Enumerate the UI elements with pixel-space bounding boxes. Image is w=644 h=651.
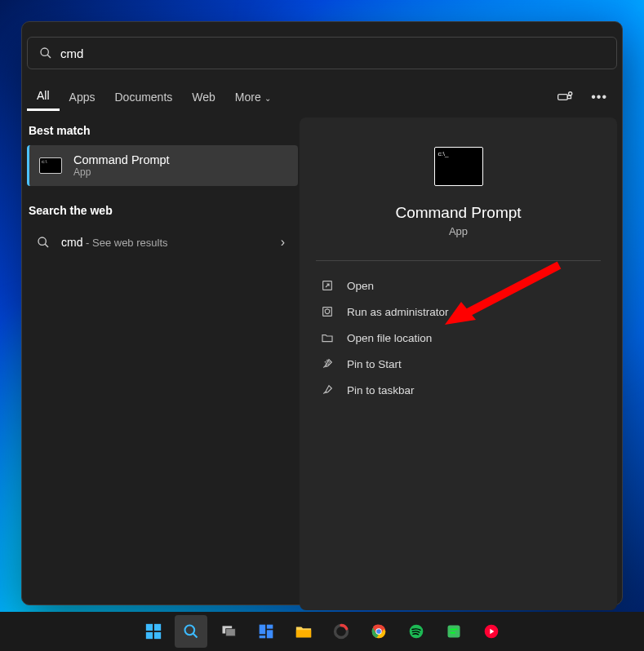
app-icon-3[interactable] (475, 615, 508, 648)
svg-rect-22 (259, 625, 265, 635)
folder-icon (321, 331, 334, 344)
start-search-panel: All Apps Documents Web More ⌄ ••• Best m… (21, 21, 623, 605)
action-location-label: Open file location (347, 332, 432, 344)
svg-rect-17 (153, 632, 160, 639)
hero-title: Command Prompt (395, 204, 521, 222)
svg-line-1 (47, 55, 51, 58)
command-prompt-hero-icon (434, 147, 483, 186)
search-tabs: All Apps Documents Web More ⌄ ••• (22, 82, 622, 111)
usb-icon[interactable] (557, 91, 573, 104)
search-input[interactable] (60, 46, 605, 60)
search-box[interactable] (27, 37, 617, 69)
svg-point-18 (184, 626, 194, 636)
chevron-down-icon: ⌄ (264, 94, 271, 103)
spotify-button[interactable] (400, 615, 433, 648)
start-button[interactable] (137, 615, 170, 648)
action-pin-to-taskbar[interactable]: Pin to taskbar (314, 377, 602, 403)
result-command-prompt[interactable]: Command Prompt App (27, 145, 298, 186)
action-pin-start-label: Pin to Start (347, 358, 402, 370)
pin-icon (321, 383, 334, 396)
task-view-button[interactable] (212, 615, 245, 648)
svg-rect-33 (450, 629, 456, 631)
more-options-icon[interactable]: ••• (591, 90, 607, 104)
svg-rect-21 (225, 629, 235, 636)
search-web-header: Search the web (27, 197, 298, 225)
svg-point-4 (569, 91, 572, 95)
result-title: Command Prompt (73, 153, 170, 166)
app-icon-1[interactable] (325, 615, 358, 648)
results-column: Best match Command Prompt App Search the… (22, 117, 298, 610)
open-icon (321, 279, 334, 292)
svg-point-30 (376, 629, 381, 634)
action-open-file-location[interactable]: Open file location (314, 325, 602, 351)
svg-rect-23 (266, 625, 273, 629)
shield-icon (321, 305, 334, 318)
command-prompt-icon (39, 157, 62, 174)
svg-rect-14 (145, 624, 152, 631)
action-open[interactable]: Open (314, 272, 602, 299)
action-run-as-admin[interactable]: Run as administrator (314, 299, 602, 325)
svg-rect-26 (295, 630, 310, 637)
web-suffix-label: - See web results (82, 237, 167, 249)
best-match-header: Best match (27, 117, 298, 145)
widgets-button[interactable] (250, 615, 282, 648)
chrome-button[interactable] (362, 615, 395, 648)
svg-line-6 (45, 244, 48, 247)
chevron-right-icon: › (281, 235, 285, 250)
tab-apps[interactable]: Apps (60, 84, 105, 110)
svg-rect-15 (153, 624, 160, 631)
divider (316, 260, 601, 261)
tab-documents[interactable]: Documents (104, 84, 182, 110)
svg-line-19 (193, 634, 197, 638)
svg-rect-3 (568, 95, 571, 98)
action-pin-to-start[interactable]: Pin to Start (314, 351, 602, 377)
svg-rect-34 (450, 632, 455, 634)
pin-icon (321, 357, 334, 370)
details-pane: Command Prompt App Open Run as administr… (300, 117, 617, 610)
search-icon (39, 46, 52, 60)
svg-rect-2 (558, 94, 568, 100)
action-pin-taskbar-label: Pin to taskbar (347, 384, 415, 396)
action-admin-label: Run as administrator (347, 306, 449, 318)
web-query-label: cmd (61, 236, 82, 249)
svg-rect-32 (447, 626, 460, 638)
svg-rect-25 (259, 636, 265, 638)
hero-subtitle: App (449, 225, 468, 237)
web-search-result[interactable]: cmd - See web results › (27, 225, 298, 259)
taskbar-search-button[interactable] (175, 615, 207, 648)
svg-point-0 (41, 48, 48, 55)
tab-web[interactable]: Web (182, 84, 225, 110)
tab-more[interactable]: More ⌄ (225, 84, 281, 110)
result-subtitle: App (73, 166, 170, 178)
action-open-label: Open (347, 280, 374, 292)
svg-point-5 (38, 237, 46, 245)
taskbar (0, 612, 644, 651)
file-explorer-button[interactable] (287, 615, 320, 648)
tab-all[interactable]: All (27, 82, 60, 111)
app-icon-2[interactable] (437, 615, 470, 648)
search-icon (37, 236, 50, 249)
svg-rect-24 (266, 630, 273, 638)
svg-rect-16 (145, 632, 152, 639)
